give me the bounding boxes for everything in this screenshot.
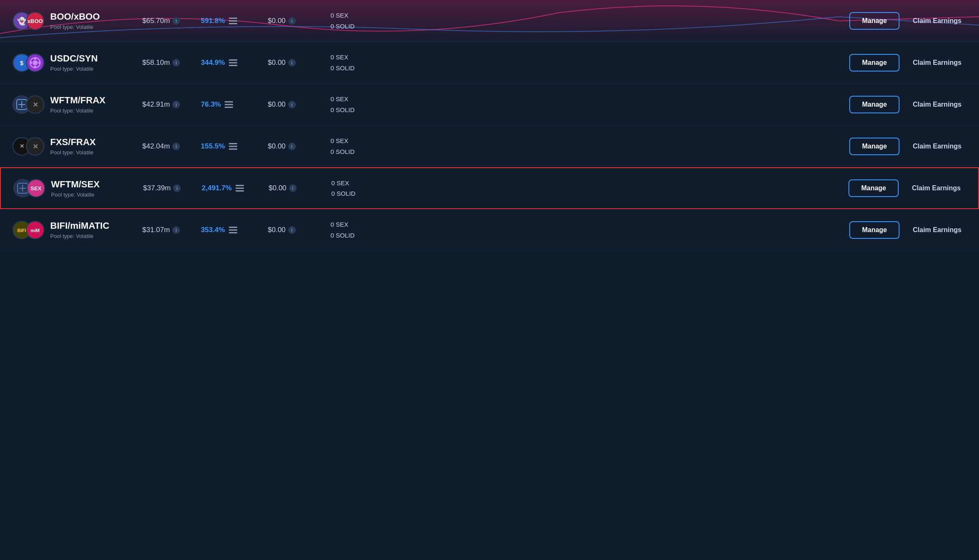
manage-button-usdc-syn[interactable]: Manage bbox=[849, 54, 900, 72]
reward-sex-fxs-frax: 0 SEX bbox=[331, 136, 841, 146]
svg-rect-44 bbox=[229, 227, 237, 228]
pool-type-wftm-sex: Pool type: Volatile bbox=[51, 192, 143, 198]
earned-info-icon-wftm-frax[interactable]: i bbox=[288, 101, 296, 108]
pool-earned-fxs-frax: $0.00i bbox=[268, 142, 331, 151]
pool-row-boo-xboo: 👻xBOOBOO/xBOOPool type: Volatile$65.70mi… bbox=[0, 0, 979, 42]
apr-detail-icon-wftm-sex[interactable] bbox=[235, 184, 244, 193]
reward-solid-bifi-mimatic: 0 SOLID bbox=[331, 230, 841, 241]
pool-icons-usdc-syn: $ bbox=[13, 54, 44, 72]
apr-value-fxs-frax: 155.5% bbox=[201, 142, 225, 151]
earned-info-icon-wftm-sex[interactable]: i bbox=[289, 184, 297, 192]
claim-earnings-button-wftm-frax[interactable]: Claim Earnings bbox=[908, 99, 966, 110]
pool-actions-fxs-frax: ManageClaim Earnings bbox=[849, 138, 966, 155]
pool-earned-wftm-frax: $0.00i bbox=[268, 100, 331, 109]
tvl-value-wftm-sex: $37.39m bbox=[143, 184, 171, 192]
reward-sex-wftm-frax: 0 SEX bbox=[331, 94, 841, 105]
apr-value-wftm-frax: 76.3% bbox=[201, 100, 221, 109]
pool-apr-wftm-sex: 2,491.7% bbox=[202, 184, 269, 193]
manage-button-bifi-mimatic[interactable]: Manage bbox=[849, 221, 900, 239]
claim-earnings-button-bifi-mimatic[interactable]: Claim Earnings bbox=[908, 225, 966, 235]
reward-sex-bifi-mimatic: 0 SEX bbox=[331, 219, 841, 230]
apr-detail-icon-usdc-syn[interactable] bbox=[228, 58, 238, 67]
pool-name-boo-xboo: BOO/xBOO bbox=[50, 11, 142, 22]
apr-detail-icon-boo-xboo[interactable] bbox=[228, 16, 238, 26]
svg-rect-45 bbox=[229, 229, 237, 230]
claim-earnings-button-wftm-sex[interactable]: Claim Earnings bbox=[907, 183, 966, 194]
manage-button-wftm-frax[interactable]: Manage bbox=[849, 96, 900, 113]
pool-actions-boo-xboo: ManageClaim Earnings bbox=[849, 12, 966, 30]
pool-rewards-bifi-mimatic: 0 SEX0 SOLID bbox=[331, 219, 841, 240]
pool-earned-boo-xboo: $0.00i bbox=[268, 17, 331, 25]
pool-row-usdc-syn: $USDC/SYNPool type: Volatile$58.10mi344.… bbox=[0, 42, 979, 84]
apr-detail-icon-wftm-frax[interactable] bbox=[224, 100, 233, 109]
svg-rect-30 bbox=[229, 143, 237, 144]
svg-rect-46 bbox=[229, 232, 237, 233]
tvl-info-icon-boo-xboo[interactable]: i bbox=[172, 17, 180, 25]
svg-rect-16 bbox=[229, 59, 237, 61]
token2-icon-usdc-syn bbox=[26, 54, 44, 72]
tvl-value-fxs-frax: $42.04m bbox=[142, 142, 170, 151]
claim-earnings-button-usdc-syn[interactable]: Claim Earnings bbox=[908, 57, 966, 68]
pool-info-boo-xboo: BOO/xBOOPool type: Volatile bbox=[50, 11, 142, 30]
pool-name-wftm-sex: WFTM/SEX bbox=[51, 179, 143, 190]
earned-value-usdc-syn: $0.00 bbox=[268, 59, 286, 67]
reward-solid-fxs-frax: 0 SOLID bbox=[331, 146, 841, 157]
pool-info-wftm-frax: WFTM/FRAXPool type: Volatile bbox=[50, 95, 142, 114]
earned-value-boo-xboo: $0.00 bbox=[268, 17, 286, 25]
pool-apr-boo-xboo: 591.8% bbox=[201, 16, 268, 26]
svg-text:BIFI: BIFI bbox=[18, 228, 26, 233]
manage-button-wftm-sex[interactable]: Manage bbox=[848, 179, 899, 197]
tvl-info-icon-usdc-syn[interactable]: i bbox=[172, 59, 180, 66]
tvl-value-boo-xboo: $65.70m bbox=[142, 17, 170, 25]
pool-name-bifi-mimatic: BIFI/miMATIC bbox=[50, 220, 142, 231]
pool-name-usdc-syn: USDC/SYN bbox=[50, 53, 142, 64]
svg-rect-5 bbox=[229, 20, 237, 21]
earned-info-icon-boo-xboo[interactable]: i bbox=[288, 17, 296, 25]
pool-row-fxs-frax: ✕✕FXS/FRAXPool type: Volatile$42.04mi155… bbox=[0, 125, 979, 167]
pool-tvl-wftm-frax: $42.91mi bbox=[142, 100, 201, 109]
earned-info-icon-bifi-mimatic[interactable]: i bbox=[288, 226, 296, 234]
tvl-info-icon-fxs-frax[interactable]: i bbox=[172, 143, 180, 150]
manage-button-boo-xboo[interactable]: Manage bbox=[849, 12, 900, 30]
tvl-info-icon-wftm-sex[interactable]: i bbox=[173, 184, 181, 192]
svg-point-13 bbox=[34, 66, 36, 68]
svg-rect-18 bbox=[229, 65, 237, 66]
pool-tvl-wftm-sex: $37.39mi bbox=[143, 184, 202, 192]
pool-apr-fxs-frax: 155.5% bbox=[201, 142, 268, 151]
svg-rect-37 bbox=[236, 185, 244, 186]
svg-point-15 bbox=[38, 61, 41, 64]
reward-solid-wftm-frax: 0 SOLID bbox=[331, 105, 841, 115]
pool-rewards-wftm-frax: 0 SEX0 SOLID bbox=[331, 94, 841, 115]
apr-detail-icon-bifi-mimatic[interactable] bbox=[228, 225, 238, 235]
claim-earnings-button-fxs-frax[interactable]: Claim Earnings bbox=[908, 141, 966, 152]
earned-info-icon-usdc-syn[interactable]: i bbox=[288, 59, 296, 66]
manage-button-fxs-frax[interactable]: Manage bbox=[849, 138, 900, 155]
earned-value-bifi-mimatic: $0.00 bbox=[268, 226, 286, 234]
token2-icon-wftm-frax: ✕ bbox=[26, 95, 44, 114]
apr-value-boo-xboo: 591.8% bbox=[201, 17, 225, 25]
apr-detail-icon-fxs-frax[interactable] bbox=[228, 142, 238, 151]
pool-row-wftm-frax: ✕WFTM/FRAXPool type: Volatile$42.91mi76.… bbox=[0, 84, 979, 125]
tvl-info-icon-bifi-mimatic[interactable]: i bbox=[172, 226, 180, 234]
pool-type-usdc-syn: Pool type: Volatile bbox=[50, 66, 142, 72]
claim-earnings-button-boo-xboo[interactable]: Claim Earnings bbox=[908, 15, 966, 26]
pool-rewards-boo-xboo: 0 SEX0 SOLID bbox=[331, 10, 841, 31]
apr-value-usdc-syn: 344.9% bbox=[201, 59, 225, 67]
svg-rect-25 bbox=[225, 107, 233, 108]
pool-apr-bifi-mimatic: 353.4% bbox=[201, 225, 268, 235]
token2-icon-boo-xboo: xBOO bbox=[26, 12, 44, 30]
pool-earned-usdc-syn: $0.00i bbox=[268, 59, 331, 67]
pool-row-bifi-mimatic: BIFImiMBIFI/miMATICPool type: Volatile$3… bbox=[0, 209, 979, 251]
earned-info-icon-fxs-frax[interactable]: i bbox=[288, 143, 296, 150]
pool-actions-wftm-sex: ManageClaim Earnings bbox=[848, 179, 966, 197]
pool-actions-bifi-mimatic: ManageClaim Earnings bbox=[849, 221, 966, 239]
pool-rewards-wftm-sex: 0 SEX0 SOLID bbox=[331, 178, 840, 199]
reward-solid-wftm-sex: 0 SOLID bbox=[331, 188, 840, 199]
tvl-value-bifi-mimatic: $31.07m bbox=[142, 226, 170, 234]
svg-point-14 bbox=[30, 61, 32, 64]
svg-text:$: $ bbox=[20, 59, 23, 66]
svg-point-12 bbox=[34, 57, 36, 60]
pool-tvl-bifi-mimatic: $31.07mi bbox=[142, 226, 201, 234]
token2-icon-wftm-sex: SEX bbox=[27, 179, 45, 197]
tvl-info-icon-wftm-frax[interactable]: i bbox=[172, 101, 180, 108]
